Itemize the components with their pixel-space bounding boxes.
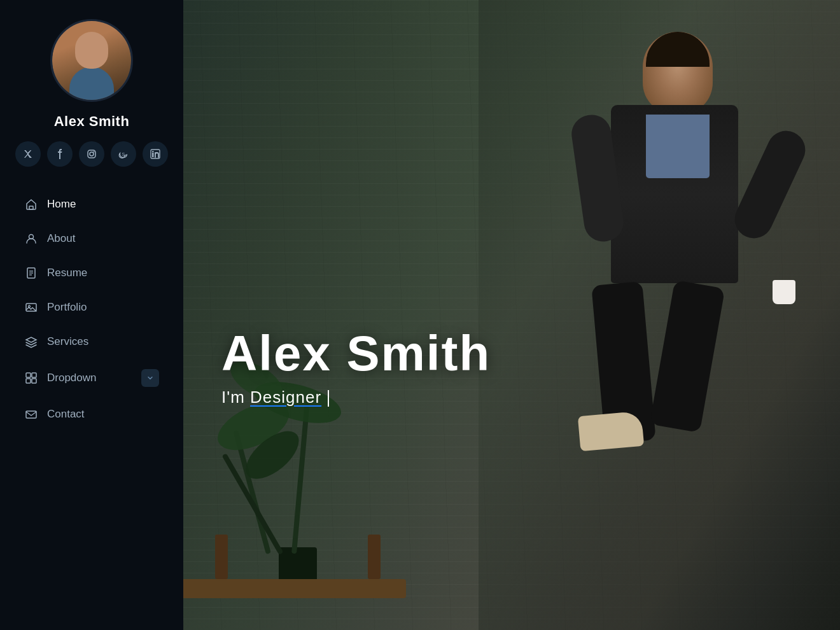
person-icon: [24, 232, 38, 246]
linkedin-icon[interactable]: [143, 141, 168, 167]
document-icon: [24, 266, 38, 280]
svg-text:S: S: [122, 152, 125, 157]
sidebar-item-resume-label: Resume: [47, 267, 87, 279]
svg-rect-15: [26, 373, 31, 377]
sidebar-item-portfolio-label: Portfolio: [47, 301, 87, 314]
sidebar-item-contact-label: Contact: [47, 408, 85, 421]
twitter-x-icon[interactable]: [15, 141, 41, 167]
instagram-icon[interactable]: [79, 141, 104, 167]
skype-icon[interactable]: S: [111, 141, 136, 167]
sidebar-item-dropdown-label: Dropdown: [47, 372, 97, 384]
sidebar-item-about[interactable]: About: [13, 221, 171, 256]
sidebar-item-contact[interactable]: Contact: [13, 397, 171, 431]
svg-rect-19: [26, 411, 36, 418]
svg-rect-5: [152, 153, 154, 157]
envelope-icon: [24, 407, 38, 421]
svg-point-2: [94, 151, 95, 153]
hero-subtitle-prefix: I'm: [221, 388, 250, 407]
hero-text-block: Alex Smith I'm Designer: [221, 328, 491, 407]
sidebar-item-services-label: Services: [47, 335, 88, 348]
sidebar-item-resume[interactable]: Resume: [13, 256, 171, 290]
nav-menu: Home About Resume: [0, 187, 183, 431]
svg-rect-16: [32, 373, 36, 377]
chevron-down-icon: [141, 369, 159, 387]
avatar-image: [52, 19, 131, 102]
social-icons-group: S: [15, 141, 168, 167]
svg-point-1: [90, 152, 94, 156]
sidebar-item-home-label: Home: [47, 198, 76, 211]
hero-name: Alex Smith: [221, 328, 491, 380]
grid-icon: [24, 371, 38, 385]
svg-point-6: [152, 151, 154, 153]
hero-image-area: [479, 0, 840, 630]
svg-rect-7: [29, 206, 33, 209]
sidebar-item-about-label: About: [47, 232, 75, 245]
image-icon: [24, 300, 38, 314]
sidebar: Alex Smith S: [0, 0, 183, 630]
home-icon: [24, 197, 38, 211]
user-name: Alex Smith: [54, 113, 130, 130]
svg-rect-17: [26, 379, 31, 383]
hero-cursor: [328, 390, 329, 407]
svg-point-14: [29, 305, 31, 307]
hero-subtitle: I'm Designer: [221, 388, 491, 407]
person-silhouette: [560, 32, 802, 579]
svg-rect-18: [32, 379, 36, 383]
hero-role: Designer: [250, 388, 321, 407]
hero-section: Alex Smith I'm Designer: [183, 0, 840, 630]
sidebar-item-services[interactable]: Services: [13, 325, 171, 359]
facebook-icon[interactable]: [47, 141, 73, 167]
sidebar-item-portfolio[interactable]: Portfolio: [13, 290, 171, 325]
layers-icon: [24, 335, 38, 349]
hero-background: Alex Smith I'm Designer: [183, 0, 840, 630]
avatar: [50, 19, 133, 102]
sidebar-item-dropdown[interactable]: Dropdown: [13, 359, 171, 397]
sidebar-item-home[interactable]: Home: [13, 187, 171, 221]
